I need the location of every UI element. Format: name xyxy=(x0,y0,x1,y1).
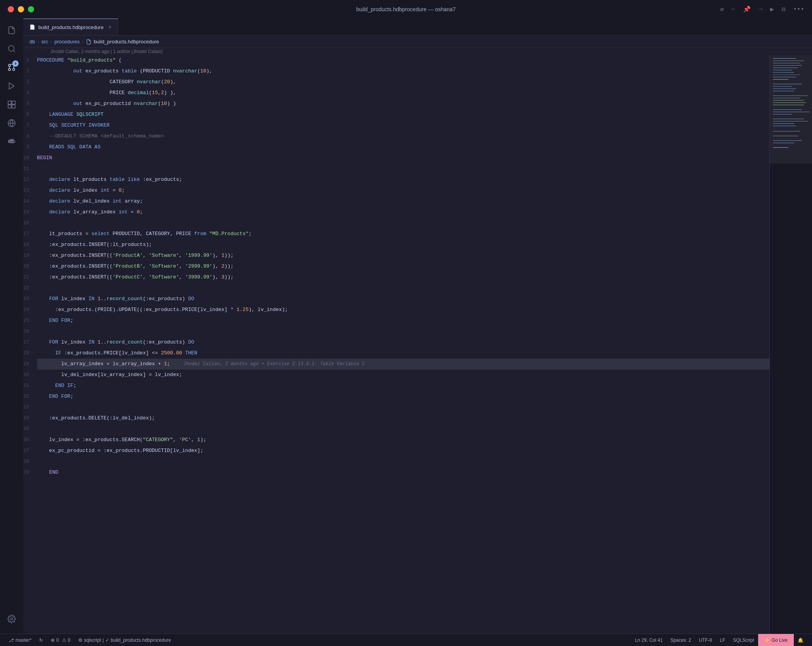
activity-extensions[interactable] xyxy=(3,96,20,113)
code-content[interactable]: PROCEDURE "build_products" ( out ex_prod… xyxy=(34,55,769,634)
table-row: BEGIN xyxy=(37,153,769,163)
line-number: 9 xyxy=(23,142,34,153)
svg-rect-44 xyxy=(773,125,796,126)
activity-search[interactable] xyxy=(3,40,20,57)
code-token: 2 xyxy=(222,261,225,272)
minimap xyxy=(769,55,812,634)
svg-rect-29 xyxy=(773,84,802,84)
line-number: 31 xyxy=(23,380,34,391)
code-token: READS SQL DATA AS xyxy=(37,142,101,153)
code-token: Jhodel Cailan, 2 months ago • Exercise 2… xyxy=(178,359,365,369)
pipe-sep: | xyxy=(103,637,104,643)
code-token: 1 xyxy=(98,294,101,304)
code-token: ), xyxy=(212,250,221,261)
code-editor[interactable]: 1234567891011121314151617181920212223242… xyxy=(23,55,812,634)
code-token: PRODUCTID, CATEGORY, PRICE xyxy=(113,229,194,239)
minimize-button[interactable] xyxy=(18,6,24,12)
table-row: :ex_products.INSERT(:lt_products); xyxy=(37,239,769,250)
maximize-button[interactable] xyxy=(28,6,34,12)
status-language-check[interactable]: ⚙ sqlscript | ✓ build_products.hdbproced… xyxy=(74,634,175,646)
status-eol[interactable]: LF xyxy=(716,634,729,646)
breadcrumb-procedures[interactable]: procedures xyxy=(55,39,80,45)
code-token: FOR xyxy=(37,294,61,304)
status-sync[interactable]: ↻ xyxy=(35,634,47,646)
breadcrumb-current-file: build_products.hdbprocedure xyxy=(94,39,159,45)
line-number: 39 xyxy=(23,467,34,478)
code-token: ( xyxy=(161,77,164,88)
code-token: lv_array_index = lv_array_index + xyxy=(37,359,164,369)
code-token: 1 xyxy=(222,250,225,261)
code-token: )); xyxy=(224,272,233,283)
table-row: declare lv_index int = 0; xyxy=(37,185,769,196)
code-token: (PRODUCTID xyxy=(140,66,173,77)
spaces-text: Spaces: 2 xyxy=(671,637,691,643)
code-token: 0 xyxy=(119,185,122,196)
code-token: ( xyxy=(115,55,122,66)
git-compare-icon[interactable]: ⇄ xyxy=(720,5,724,13)
table-row: declare lt_products table like :ex_produ… xyxy=(37,174,769,185)
table-row: FOR lv_index IN 1..record_count(:ex_prod… xyxy=(37,337,769,348)
svg-point-4 xyxy=(9,69,11,71)
activity-source-control[interactable]: 9 xyxy=(3,59,20,76)
language-text: SQLScript xyxy=(733,637,754,643)
svg-rect-41 xyxy=(773,119,804,119)
activity-files[interactable] xyxy=(3,22,20,39)
code-token: "CATEGORY" xyxy=(143,435,173,445)
table-row: :ex_products.INSERT(('ProductA', 'Softwa… xyxy=(37,250,769,261)
code-token: int xyxy=(113,196,125,207)
line-number: 17 xyxy=(23,229,34,239)
code-token: "MD.Products" xyxy=(209,229,248,239)
breadcrumb-db[interactable]: db xyxy=(29,39,35,45)
svg-rect-34 xyxy=(773,98,800,98)
go-forward-icon[interactable]: → xyxy=(759,6,762,13)
branch-name: master* xyxy=(15,637,31,643)
language-check-text: sqlscript xyxy=(84,637,101,643)
split-editor-icon[interactable]: ⊟ xyxy=(782,5,786,13)
line-number: 3 xyxy=(23,77,34,88)
code-token: ; xyxy=(73,380,76,391)
code-token: out xyxy=(73,98,85,109)
code-token: out xyxy=(73,66,85,77)
code-token: declare xyxy=(37,174,74,185)
code-token: , xyxy=(179,261,185,272)
code-token: lv_del_index xyxy=(73,196,112,207)
git-branch-icon: ⎇ xyxy=(9,637,14,643)
code-token: ); xyxy=(200,435,206,445)
code-token: .. xyxy=(100,337,107,348)
pin-icon[interactable]: 📌 xyxy=(743,5,751,13)
line-numbers: 1234567891011121314151617181920212223242… xyxy=(23,55,34,634)
status-language[interactable]: SQLScript xyxy=(729,634,758,646)
status-go-live[interactable]: ⚡ Go Live xyxy=(758,634,794,646)
code-token: ), xyxy=(212,272,221,283)
status-errors[interactable]: ⊗ 0 ⚠ 0 xyxy=(47,634,74,646)
warning-count: 0 xyxy=(68,637,71,643)
code-token: ), xyxy=(212,261,221,272)
active-tab[interactable]: 📄 build_products.hdbprocedure × xyxy=(23,19,118,35)
breadcrumb-src[interactable]: src xyxy=(41,39,48,45)
code-token xyxy=(182,348,185,359)
go-live-text: Go Live xyxy=(772,637,788,643)
status-spaces[interactable]: Spaces: 2 xyxy=(667,634,695,646)
activity-docker[interactable] xyxy=(3,133,20,150)
close-button[interactable] xyxy=(8,6,14,12)
tab-close-button[interactable]: × xyxy=(108,24,111,30)
status-encoding[interactable]: UTF-8 xyxy=(695,634,716,646)
activity-remote-explorer[interactable] xyxy=(3,115,20,132)
play-icon[interactable]: ▶ xyxy=(770,5,774,13)
table-row xyxy=(37,424,769,435)
breadcrumb-sep-3: › xyxy=(82,39,84,45)
code-token: :ex_products.(PRICE).UPDATE((:ex_product… xyxy=(37,304,237,315)
status-notifications[interactable]: 🔔 xyxy=(794,634,807,646)
go-back-icon[interactable]: ← xyxy=(732,6,736,13)
code-token: int xyxy=(119,207,131,218)
code-token: '3999.99' xyxy=(185,272,212,283)
code-token: 1 xyxy=(98,337,101,348)
more-icon[interactable]: ••• xyxy=(793,6,804,13)
file-check-text: build_products.hdbprocedure xyxy=(111,637,171,643)
activity-run-debug[interactable] xyxy=(3,77,20,94)
activity-settings[interactable] xyxy=(3,610,20,627)
check-icon: ⚙ xyxy=(78,637,83,643)
source-control-badge: 9 xyxy=(12,60,19,67)
status-branch[interactable]: ⎇ master* xyxy=(5,634,35,646)
status-position[interactable]: Ln 29, Col 41 xyxy=(631,634,666,646)
